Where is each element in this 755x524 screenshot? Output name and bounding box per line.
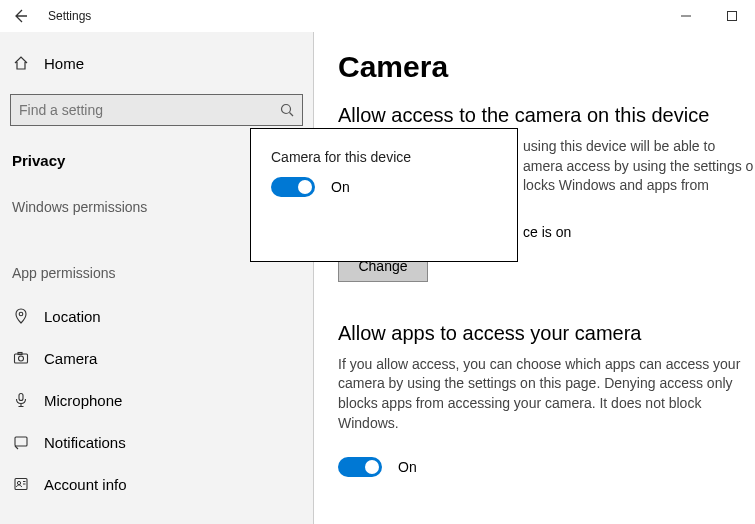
- svg-rect-5: [15, 354, 28, 363]
- home-label: Home: [44, 55, 84, 72]
- heading-allow-apps: Allow apps to access your camera: [338, 322, 755, 345]
- camera-device-popup: Camera for this device On: [250, 128, 518, 262]
- sidebar-item-microphone[interactable]: Microphone: [0, 379, 313, 421]
- svg-rect-8: [19, 394, 23, 401]
- sidebar-item-label: Camera: [44, 350, 97, 367]
- sidebar-item-notifications[interactable]: Notifications: [0, 421, 313, 463]
- sidebar-item-label: Microphone: [44, 392, 122, 409]
- search-box[interactable]: [10, 94, 303, 126]
- search-input[interactable]: [19, 102, 280, 118]
- device-camera-toggle[interactable]: [271, 177, 315, 197]
- svg-line-3: [290, 113, 294, 117]
- sidebar-item-label: Location: [44, 308, 101, 325]
- sidebar: Home Privacy Windows permissions App per…: [0, 32, 314, 524]
- group-app-permissions: App permissions: [0, 265, 313, 281]
- sidebar-item-camera[interactable]: Camera: [0, 337, 313, 379]
- svg-rect-9: [15, 437, 27, 446]
- minimize-button[interactable]: [663, 0, 709, 32]
- sidebar-item-location[interactable]: Location: [0, 295, 313, 337]
- svg-point-4: [19, 312, 23, 316]
- home-nav[interactable]: Home: [0, 46, 313, 80]
- minimize-icon: [681, 11, 691, 21]
- apps-access-toggle-label: On: [398, 459, 417, 475]
- heading-allow-access-device: Allow access to the camera on this devic…: [338, 104, 755, 127]
- popup-toggle-row: On: [271, 177, 497, 197]
- maximize-button[interactable]: [709, 0, 755, 32]
- notifications-icon: [12, 433, 30, 451]
- content-pane: Camera Allow access to the camera on thi…: [314, 32, 755, 524]
- maximize-icon: [727, 11, 737, 21]
- svg-point-2: [282, 105, 291, 114]
- titlebar: Settings: [0, 0, 755, 32]
- back-button[interactable]: [0, 0, 40, 32]
- svg-point-6: [19, 356, 24, 361]
- back-arrow-icon: [12, 8, 28, 24]
- search-icon: [280, 103, 294, 117]
- svg-point-11: [17, 481, 20, 484]
- sidebar-item-account-info[interactable]: Account info: [0, 463, 313, 505]
- nav-list: Location Camera Microphone Notifications: [0, 295, 313, 505]
- page-title: Camera: [338, 50, 755, 84]
- home-icon: [12, 54, 30, 72]
- svg-rect-1: [728, 12, 737, 21]
- apps-access-toggle-row: On: [338, 457, 755, 477]
- window-controls: [663, 0, 755, 32]
- microphone-icon: [12, 391, 30, 409]
- popup-title: Camera for this device: [271, 149, 497, 165]
- device-camera-toggle-label: On: [331, 179, 350, 195]
- window-title: Settings: [48, 9, 91, 23]
- sidebar-item-label: Notifications: [44, 434, 126, 451]
- body-allow-apps: If you allow access, you can choose whic…: [338, 355, 755, 433]
- account-icon: [12, 475, 30, 493]
- sidebar-item-label: Account info: [44, 476, 127, 493]
- camera-icon: [12, 349, 30, 367]
- location-icon: [12, 307, 30, 325]
- apps-access-toggle[interactable]: [338, 457, 382, 477]
